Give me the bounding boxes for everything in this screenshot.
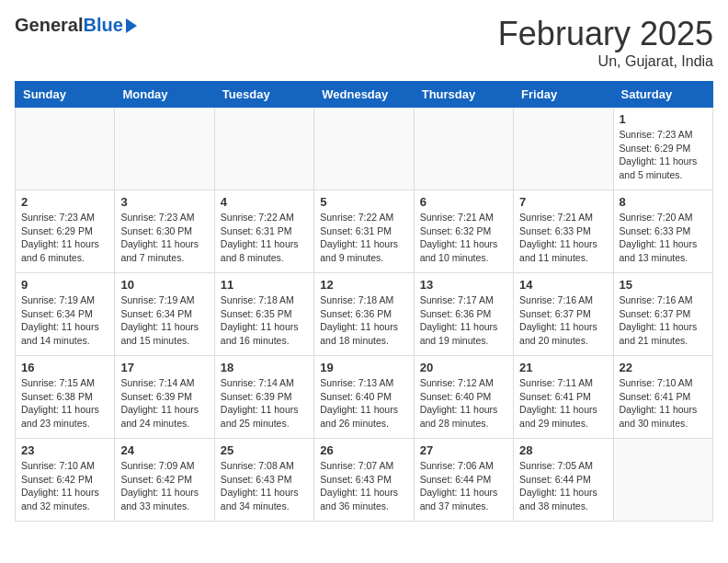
weekday-header-tuesday: Tuesday (214, 82, 313, 108)
day-number: 21 (519, 361, 607, 374)
day-info: Sunrise: 7:20 AM Sunset: 6:33 PM Dayligh… (620, 211, 707, 265)
calendar-cell (613, 439, 712, 522)
day-info: Sunrise: 7:19 AM Sunset: 6:34 PM Dayligh… (120, 293, 208, 348)
day-info: Sunrise: 7:23 AM Sunset: 6:29 PM Dayligh… (620, 128, 707, 182)
day-info: Sunrise: 7:22 AM Sunset: 6:31 PM Dayligh… (221, 211, 308, 265)
day-number: 26 (320, 443, 407, 457)
day-info: Sunrise: 7:18 AM Sunset: 6:35 PM Dayligh… (221, 293, 308, 348)
weekday-header-sunday: Sunday (16, 82, 115, 108)
day-number: 3 (120, 195, 208, 209)
day-info: Sunrise: 7:13 AM Sunset: 6:40 PM Dayligh… (320, 376, 407, 431)
day-number: 25 (221, 443, 308, 457)
calendar-cell: 12Sunrise: 7:18 AM Sunset: 6:36 PM Dayli… (314, 273, 414, 356)
calendar-table: SundayMondayTuesdayWednesdayThursdayFrid… (15, 81, 713, 522)
day-number: 1 (620, 112, 707, 126)
day-number: 6 (420, 195, 507, 209)
calendar-cell: 10Sunrise: 7:19 AM Sunset: 6:34 PM Dayli… (115, 273, 214, 356)
calendar-cell (214, 108, 313, 190)
weekday-header-friday: Friday (514, 82, 613, 108)
calendar-title: February 2025 (498, 15, 713, 53)
day-info: Sunrise: 7:05 AM Sunset: 6:44 PM Dayligh… (519, 459, 607, 513)
day-number: 10 (120, 278, 208, 292)
day-number: 11 (221, 278, 308, 292)
calendar-cell: 1Sunrise: 7:23 AM Sunset: 6:29 PM Daylig… (613, 108, 712, 190)
calendar-cell (414, 108, 513, 190)
day-info: Sunrise: 7:08 AM Sunset: 6:43 PM Dayligh… (221, 459, 308, 513)
calendar-cell: 6Sunrise: 7:21 AM Sunset: 6:32 PM Daylig… (414, 190, 513, 273)
calendar-cell: 3Sunrise: 7:23 AM Sunset: 6:30 PM Daylig… (115, 190, 214, 273)
weekday-header-row: SundayMondayTuesdayWednesdayThursdayFrid… (16, 82, 713, 108)
day-number: 24 (120, 443, 208, 457)
calendar-cell: 13Sunrise: 7:17 AM Sunset: 6:36 PM Dayli… (414, 273, 513, 356)
calendar-cell: 19Sunrise: 7:13 AM Sunset: 6:40 PM Dayli… (314, 356, 414, 439)
week-row-1: 1Sunrise: 7:23 AM Sunset: 6:29 PM Daylig… (16, 108, 713, 190)
calendar-cell: 21Sunrise: 7:11 AM Sunset: 6:41 PM Dayli… (514, 356, 613, 439)
calendar-cell: 5Sunrise: 7:22 AM Sunset: 6:31 PM Daylig… (314, 190, 414, 273)
week-row-3: 9Sunrise: 7:19 AM Sunset: 6:34 PM Daylig… (16, 273, 713, 356)
day-info: Sunrise: 7:19 AM Sunset: 6:34 PM Dayligh… (21, 293, 108, 348)
day-info: Sunrise: 7:10 AM Sunset: 6:41 PM Dayligh… (620, 376, 707, 431)
calendar-cell (115, 108, 214, 190)
logo-arrow-icon (126, 18, 137, 33)
calendar-cell: 14Sunrise: 7:16 AM Sunset: 6:37 PM Dayli… (514, 273, 613, 356)
day-info: Sunrise: 7:10 AM Sunset: 6:42 PM Dayligh… (21, 459, 108, 513)
day-info: Sunrise: 7:06 AM Sunset: 6:44 PM Dayligh… (420, 459, 507, 513)
day-number: 9 (21, 278, 108, 292)
calendar-cell: 23Sunrise: 7:10 AM Sunset: 6:42 PM Dayli… (16, 439, 115, 522)
day-number: 2 (21, 195, 108, 209)
calendar-cell: 28Sunrise: 7:05 AM Sunset: 6:44 PM Dayli… (514, 439, 613, 522)
day-info: Sunrise: 7:23 AM Sunset: 6:30 PM Dayligh… (120, 211, 208, 265)
week-row-5: 23Sunrise: 7:10 AM Sunset: 6:42 PM Dayli… (16, 439, 713, 522)
calendar-cell: 26Sunrise: 7:07 AM Sunset: 6:43 PM Dayli… (314, 439, 414, 522)
title-block: February 2025 Un, Gujarat, India (498, 15, 713, 70)
calendar-subtitle: Un, Gujarat, India (498, 53, 713, 70)
calendar-cell: 8Sunrise: 7:20 AM Sunset: 6:33 PM Daylig… (613, 190, 712, 273)
week-row-4: 16Sunrise: 7:15 AM Sunset: 6:38 PM Dayli… (16, 356, 713, 439)
day-number: 28 (519, 443, 607, 457)
day-number: 4 (221, 195, 308, 209)
day-info: Sunrise: 7:21 AM Sunset: 6:32 PM Dayligh… (420, 211, 507, 265)
calendar-cell: 15Sunrise: 7:16 AM Sunset: 6:37 PM Dayli… (613, 273, 712, 356)
day-info: Sunrise: 7:07 AM Sunset: 6:43 PM Dayligh… (320, 459, 407, 513)
logo-blue-text: Blue (83, 15, 122, 36)
day-number: 12 (320, 278, 407, 292)
page-header: General Blue February 2025 Un, Gujarat, … (15, 15, 713, 70)
day-info: Sunrise: 7:22 AM Sunset: 6:31 PM Dayligh… (320, 211, 407, 265)
day-number: 27 (420, 443, 507, 457)
logo: General Blue (15, 15, 137, 36)
day-info: Sunrise: 7:18 AM Sunset: 6:36 PM Dayligh… (320, 293, 407, 348)
weekday-header-monday: Monday (115, 82, 214, 108)
weekday-header-saturday: Saturday (613, 82, 712, 108)
weekday-header-wednesday: Wednesday (314, 82, 414, 108)
calendar-cell: 9Sunrise: 7:19 AM Sunset: 6:34 PM Daylig… (16, 273, 115, 356)
calendar-cell (16, 108, 115, 190)
calendar-cell: 11Sunrise: 7:18 AM Sunset: 6:35 PM Dayli… (214, 273, 313, 356)
day-info: Sunrise: 7:09 AM Sunset: 6:42 PM Dayligh… (120, 459, 208, 513)
day-number: 7 (519, 195, 607, 209)
day-info: Sunrise: 7:21 AM Sunset: 6:33 PM Dayligh… (519, 211, 607, 265)
day-number: 8 (620, 195, 707, 209)
calendar-cell: 16Sunrise: 7:15 AM Sunset: 6:38 PM Dayli… (16, 356, 115, 439)
logo-general-text: General (15, 15, 83, 36)
day-number: 22 (620, 361, 707, 374)
calendar-cell: 17Sunrise: 7:14 AM Sunset: 6:39 PM Dayli… (115, 356, 214, 439)
calendar-cell (314, 108, 414, 190)
calendar-cell: 22Sunrise: 7:10 AM Sunset: 6:41 PM Dayli… (613, 356, 712, 439)
day-number: 23 (21, 443, 108, 457)
day-number: 14 (519, 278, 607, 292)
calendar-cell: 24Sunrise: 7:09 AM Sunset: 6:42 PM Dayli… (115, 439, 214, 522)
calendar-cell: 27Sunrise: 7:06 AM Sunset: 6:44 PM Dayli… (414, 439, 513, 522)
calendar-cell: 2Sunrise: 7:23 AM Sunset: 6:29 PM Daylig… (16, 190, 115, 273)
calendar-cell: 20Sunrise: 7:12 AM Sunset: 6:40 PM Dayli… (414, 356, 513, 439)
week-row-2: 2Sunrise: 7:23 AM Sunset: 6:29 PM Daylig… (16, 190, 713, 273)
day-number: 16 (21, 361, 108, 374)
day-number: 18 (221, 361, 308, 374)
day-number: 19 (320, 361, 407, 374)
day-info: Sunrise: 7:15 AM Sunset: 6:38 PM Dayligh… (21, 376, 108, 431)
day-info: Sunrise: 7:14 AM Sunset: 6:39 PM Dayligh… (221, 376, 308, 431)
day-info: Sunrise: 7:23 AM Sunset: 6:29 PM Dayligh… (21, 211, 108, 265)
day-number: 20 (420, 361, 507, 374)
day-number: 15 (620, 278, 707, 292)
day-info: Sunrise: 7:12 AM Sunset: 6:40 PM Dayligh… (420, 376, 507, 431)
day-number: 5 (320, 195, 407, 209)
